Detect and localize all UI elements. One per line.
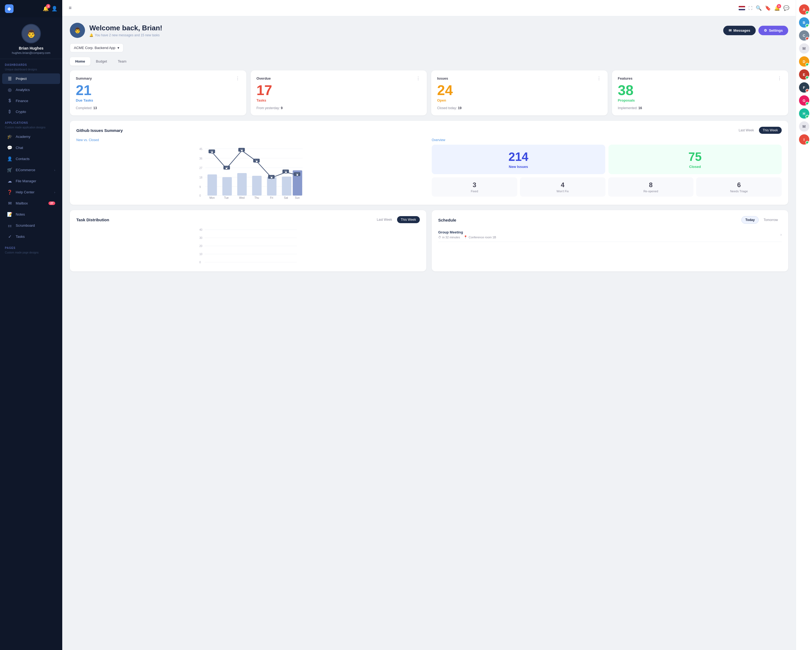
- sidebar-item-notes[interactable]: 📝 Notes: [2, 209, 60, 220]
- reopened-num: 8: [649, 181, 653, 189]
- expand-icon[interactable]: ⛶: [748, 6, 752, 10]
- dashboards-label: DASHBOARDS: [0, 59, 62, 68]
- chart-label: New vs. Closed: [76, 138, 426, 142]
- schedule-section: Schedule Today Tomorrow Group Meeting ⏱ …: [432, 210, 788, 271]
- svg-rect-17: [282, 177, 292, 196]
- sidebar-item-crypto[interactable]: ₿ Crypto: [2, 106, 60, 117]
- svg-text:Fri: Fri: [270, 196, 273, 199]
- chart-overview: New vs. Closed 45 36 27 18 9 0: [76, 138, 782, 199]
- sidebar-top: ◆ 🔔 3 👤: [0, 0, 62, 17]
- tomorrow-button[interactable]: Tomorrow: [760, 216, 782, 224]
- card-title: Summary: [76, 76, 92, 80]
- project-icon: ☰: [7, 76, 12, 81]
- svg-rect-15: [252, 176, 262, 196]
- rs-avatar-5[interactable]: E: [799, 69, 809, 80]
- card-menu-icon[interactable]: ⋮: [416, 76, 421, 81]
- sidebar-item-mailbox[interactable]: ✉ Mailbox 27: [2, 198, 60, 208]
- card-menu-icon[interactable]: ⋮: [597, 76, 602, 81]
- menu-icon[interactable]: ≡: [69, 5, 72, 11]
- user-circle-icon[interactable]: 👤: [52, 6, 57, 12]
- svg-text:36: 36: [200, 157, 203, 160]
- messages-button[interactable]: ✉ Messages: [723, 26, 756, 35]
- schedule-time: ⏱ in 32 minutes: [438, 236, 460, 239]
- rs-avatar-1[interactable]: A: [799, 5, 809, 15]
- analytics-icon: ◎: [7, 87, 12, 92]
- rs-avatar-4[interactable]: D: [799, 57, 809, 67]
- sidebar-item-label: File Manager: [16, 179, 36, 183]
- card-label: Tasks: [256, 98, 421, 102]
- sidebar-item-label: Analytics: [16, 88, 30, 92]
- task-this-week-button[interactable]: This Week: [397, 216, 420, 223]
- sidebar-item-file-manager[interactable]: ☁ File Manager: [2, 176, 60, 186]
- tab-home[interactable]: Home: [70, 57, 90, 66]
- svg-text:Sun: Sun: [295, 196, 300, 199]
- sidebar-profile: 👨 Brian Hughes hughes.brian@company.com: [0, 17, 62, 59]
- overview-area: Overview 214 New Issues 75 Closed: [432, 138, 782, 199]
- rs-avatar-9[interactable]: I: [799, 134, 809, 145]
- card-number: 17: [256, 83, 421, 97]
- closed-issues-box: 75 Closed: [609, 145, 782, 174]
- card-sub: Completed: 13: [76, 106, 240, 110]
- sidebar-item-analytics[interactable]: ◎ Analytics: [2, 84, 60, 95]
- schedule-item-title: Group Meeting: [438, 230, 496, 234]
- last-week-button[interactable]: Last Week: [735, 127, 758, 134]
- schedule-item-meta: ⏱ in 32 minutes 📍 Conference room 1B: [438, 236, 496, 239]
- overdue-card: Overdue ⋮ 17 Tasks From yesterday: 9: [250, 70, 427, 115]
- card-menu-icon[interactable]: ⋮: [235, 76, 240, 81]
- rs-avatar-m1[interactable]: M: [799, 43, 809, 54]
- welcome-title: Welcome back, Brian!: [89, 24, 162, 32]
- welcome-subtitle: 🔔 You have 2 new messages and 15 new tas…: [89, 33, 162, 37]
- task-distribution-section: Task Distribution Last Week This Week 40…: [70, 210, 426, 271]
- reopened-label: Re-opened: [643, 190, 658, 193]
- chat-bubble-icon[interactable]: 💬: [783, 5, 789, 11]
- rs-avatar-6[interactable]: F: [799, 82, 809, 93]
- rs-avatar-8[interactable]: H: [799, 109, 809, 119]
- card-menu-icon[interactable]: ⋮: [777, 76, 782, 81]
- card-header: Overdue ⋮: [256, 76, 421, 81]
- triage-stat: 6 Needs Triage: [696, 177, 782, 197]
- help-icon: ❓: [7, 190, 12, 195]
- svg-rect-12: [208, 174, 217, 196]
- summary-cards: Summary ⋮ 21 Due Tasks Completed: 13 Ove…: [70, 70, 788, 115]
- search-icon[interactable]: 🔍: [756, 5, 762, 11]
- rs-avatar-7[interactable]: G: [799, 95, 809, 106]
- sidebar-item-ecommerce[interactable]: 🛒 ECommerce ›: [2, 165, 60, 175]
- sidebar-item-chat[interactable]: 💬 Chat: [2, 142, 60, 153]
- card-number: 38: [618, 83, 783, 97]
- welcome-avatar: 👨: [70, 23, 85, 38]
- sidebar-item-contacts[interactable]: 👤 Contacts: [2, 154, 60, 164]
- sidebar-item-help-center[interactable]: ❓ Help Center ›: [2, 187, 60, 197]
- notifications-count: 5: [777, 4, 781, 8]
- chevron-right-icon: ›: [54, 168, 55, 172]
- schedule-location: 📍 Conference room 1B: [464, 236, 496, 239]
- logo-icon[interactable]: ◆: [5, 5, 14, 13]
- tasks-icon: ✓: [7, 234, 12, 239]
- rs-avatar-3[interactable]: C: [799, 30, 809, 41]
- rs-avatar-m2[interactable]: M: [799, 121, 809, 132]
- sidebar-item-tasks[interactable]: ✓ Tasks: [2, 231, 60, 242]
- this-week-button[interactable]: This Week: [759, 127, 782, 134]
- sidebar-item-project[interactable]: ☰ Project: [2, 73, 60, 84]
- tab-budget[interactable]: Budget: [90, 57, 112, 66]
- settings-button[interactable]: ⚙ Settings: [759, 26, 788, 35]
- sidebar-item-scrumboard[interactable]: ⚏ Scrumboard: [2, 220, 60, 231]
- tab-team[interactable]: Team: [112, 57, 132, 66]
- notifications-icon[interactable]: 🔔 3: [43, 6, 49, 12]
- chevron-right-icon: ›: [54, 191, 55, 194]
- rs-avatar-2[interactable]: B: [799, 17, 809, 28]
- language-flag[interactable]: [739, 6, 745, 10]
- profile-email: hughes.brian@company.com: [12, 51, 50, 54]
- svg-text:Sat: Sat: [284, 196, 288, 199]
- chevron-right-icon[interactable]: ›: [780, 232, 782, 237]
- sidebar-item-label: Notes: [16, 213, 25, 216]
- sidebar-item-finance[interactable]: $ Finance: [2, 96, 60, 106]
- welcome-section: 👨 Welcome back, Brian! 🔔 You have 2 new …: [70, 23, 788, 38]
- task-last-week-button[interactable]: Last Week: [373, 216, 396, 223]
- new-issues-box: 214 New Issues: [432, 145, 605, 174]
- svg-text:20: 20: [200, 245, 203, 248]
- project-selector[interactable]: ACME Corp. Backend App ▾: [70, 43, 124, 52]
- today-button[interactable]: Today: [741, 216, 759, 224]
- sidebar-item-academy[interactable]: 🎓 Academy: [2, 132, 60, 142]
- sidebar-item-label: Project: [16, 76, 26, 81]
- bookmark-icon[interactable]: 🔖: [765, 5, 771, 11]
